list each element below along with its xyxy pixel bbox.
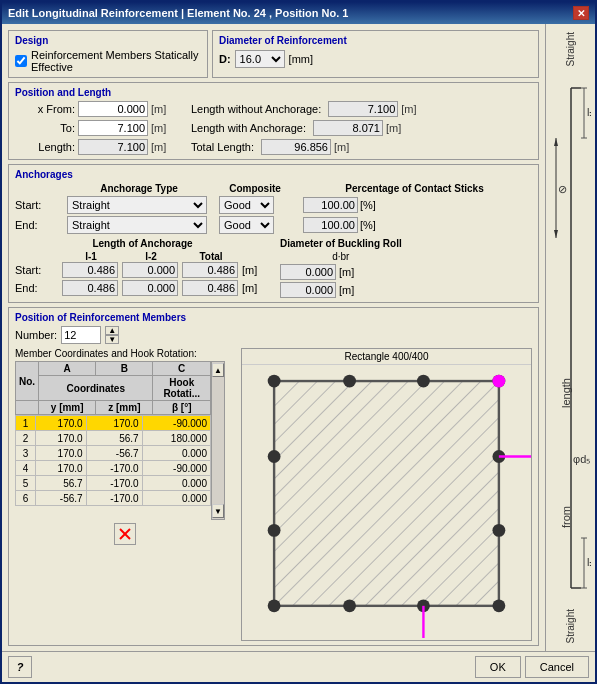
start-pct-input[interactable] xyxy=(303,197,358,213)
col-b-header: B xyxy=(96,362,153,376)
diameter-unit: [mm] xyxy=(289,53,313,65)
end-pct-unit: [%] xyxy=(360,219,376,231)
len-with-anc-input xyxy=(313,120,383,136)
table-row[interactable]: 3 170.0 -56.7 0.000 xyxy=(16,446,211,461)
svg-point-16 xyxy=(492,375,505,388)
svg-point-14 xyxy=(343,375,356,388)
close-button[interactable]: ✕ xyxy=(573,6,589,20)
i2-header: l-2 xyxy=(122,251,180,262)
table-row[interactable]: 1 170.0 170.0 -90.000 xyxy=(16,416,211,431)
end-l1-input[interactable] xyxy=(62,280,118,296)
start-label: Start: xyxy=(15,199,63,211)
start-len-label: Start: xyxy=(15,264,60,276)
len-header: Length of Anchorage xyxy=(15,238,270,249)
table-row[interactable]: 2 170.0 56.7 180.000 xyxy=(16,431,211,446)
end-l2-input[interactable] xyxy=(122,280,178,296)
end-len-label: End: xyxy=(15,282,60,294)
to-input[interactable] xyxy=(78,120,148,136)
diameter-section: Diameter of Reinforcement D: 16.0 8.0 10… xyxy=(212,30,539,78)
delete-button[interactable] xyxy=(114,523,136,545)
end-len-unit: [m] xyxy=(242,282,270,294)
table-row[interactable]: 4 170.0 -170.0 -90.000 xyxy=(16,461,211,476)
svg-point-7 xyxy=(492,599,505,612)
start-dbr-input[interactable] xyxy=(280,264,336,280)
preview-canvas: y x xyxy=(242,365,531,638)
start-pct-unit: [%] xyxy=(360,199,376,211)
table-row[interactable]: 6 -56.7 -170.0 0.000 xyxy=(16,491,211,506)
z-header: z [mm] xyxy=(96,401,153,415)
diameter-select[interactable]: 16.0 8.0 10.0 12.0 14.0 20.0 xyxy=(235,50,285,68)
svg-text:length: length xyxy=(560,378,572,408)
x-from-row: x From: [m] xyxy=(15,101,171,117)
dbr-header: Diameter of Buckling Roll xyxy=(280,238,402,249)
svg-point-12 xyxy=(268,450,281,463)
col-a-header: A xyxy=(39,362,96,376)
diameter-label: Diameter of Reinforcement xyxy=(219,35,532,46)
help-button[interactable]: ? xyxy=(8,656,32,678)
btn-group: OK Cancel xyxy=(475,656,589,678)
hook-header: Hook Rotati... xyxy=(153,376,211,401)
scroll-down-btn[interactable]: ▼ xyxy=(212,504,224,518)
svg-text:φd₅: φd₅ xyxy=(573,453,590,465)
position-label: Position and Length xyxy=(15,87,532,98)
preview-svg: y x xyxy=(242,365,531,638)
svg-text:from: from xyxy=(560,506,572,528)
to-row: To: [m] xyxy=(15,120,171,136)
svg-point-6 xyxy=(492,524,505,537)
top-straight-label: Straight xyxy=(565,32,576,66)
end-type-select[interactable]: Straight Hook 90° Hook 180° xyxy=(67,216,207,234)
end-composite-select[interactable]: Good Other xyxy=(219,216,274,234)
ok-button[interactable]: OK xyxy=(475,656,521,678)
end-dbr-input[interactable] xyxy=(280,282,336,298)
titlebar: Edit Longitudinal Reinforcement | Elemen… xyxy=(2,2,595,24)
start-composite-select[interactable]: Good Other xyxy=(219,196,274,214)
number-input[interactable] xyxy=(61,326,101,344)
start-l2-input[interactable] xyxy=(122,262,178,278)
window-title: Edit Longitudinal Reinforcement | Elemen… xyxy=(8,7,348,19)
preview-label: Rectangle 400/400 xyxy=(242,349,531,365)
preview-container: Rectangle 400/400 xyxy=(241,348,532,641)
x-from-input[interactable] xyxy=(78,101,148,117)
table-row[interactable]: 5 56.7 -170.0 0.000 xyxy=(16,476,211,491)
statically-effective-checkbox[interactable] xyxy=(15,55,27,67)
end-pct-input[interactable] xyxy=(303,217,358,233)
len-no-anc-label: Length without Anchorage: xyxy=(191,103,321,115)
length-row: Length: [m] xyxy=(15,139,171,155)
svg-text:⊘: ⊘ xyxy=(558,183,567,195)
number-down-btn[interactable]: ▼ xyxy=(105,335,119,344)
col-c-header: C xyxy=(153,362,211,376)
to-unit: [m] xyxy=(151,122,171,134)
start-type-select[interactable]: Straight Hook 90° Hook 180° xyxy=(67,196,207,214)
start-l1-input[interactable] xyxy=(62,262,118,278)
length-label: Length: xyxy=(15,141,75,153)
len-with-anc-row: Length with Anchorage: [m] xyxy=(191,120,421,136)
number-row: Number: ▲ ▼ xyxy=(15,326,532,344)
members-body: Member Coordinates and Hook Rotation: No… xyxy=(15,348,532,641)
x-from-label: x From: xyxy=(15,103,75,115)
svg-text:l₁: l₁ xyxy=(587,556,591,568)
diameter-row: D: 16.0 8.0 10.0 12.0 14.0 20.0 [mm] xyxy=(219,50,532,68)
bottom-straight-label: Straight xyxy=(565,609,576,643)
svg-rect-3 xyxy=(274,381,499,606)
svg-text:l₁: l₁ xyxy=(587,106,591,118)
scroll-up-btn[interactable]: ▲ xyxy=(212,363,224,377)
svg-point-15 xyxy=(417,375,430,388)
composite-header: Composite xyxy=(215,183,295,194)
right-diagram: l₁ ⊘ length φd₅ from l₁ xyxy=(551,78,591,598)
pos-members-section: Position of Reinforcement Members Number… xyxy=(8,307,539,646)
table-scroll[interactable]: 1 170.0 170.0 -90.000 2 170.0 56.7 180.0… xyxy=(15,415,211,520)
checkbox-label: Reinforcement Members Statically Effecti… xyxy=(31,49,201,73)
number-up-btn[interactable]: ▲ xyxy=(105,326,119,335)
members-table: No. A B C Coordinates Hook Rotati... xyxy=(15,361,211,415)
total-len-row: Total Length: [m] xyxy=(191,139,421,155)
to-label: To: xyxy=(15,122,75,134)
end-total-input xyxy=(182,280,238,296)
svg-point-11 xyxy=(268,524,281,537)
top-sections: Design Reinforcement Members Statically … xyxy=(8,30,539,78)
len-with-anc-label: Length with Anchorage: xyxy=(191,122,306,134)
svg-marker-30 xyxy=(554,230,558,238)
start-dbr-unit: [m] xyxy=(339,266,354,278)
cancel-button[interactable]: Cancel xyxy=(525,656,589,678)
length-unit: [m] xyxy=(151,141,171,153)
len-no-anc-input xyxy=(328,101,398,117)
